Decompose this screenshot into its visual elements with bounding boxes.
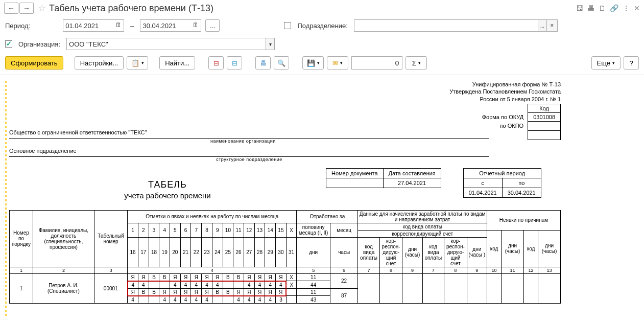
paste-dropdown-button[interactable]: 📋▾ <box>127 56 148 70</box>
r1l2-7: 4 <box>202 281 212 289</box>
h-paycode: код вида оплаты <box>358 223 487 230</box>
period-to: 30.04.2021 <box>502 188 541 197</box>
nav-back-button[interactable]: ← <box>4 3 18 14</box>
r1l2-14: 4 <box>276 281 287 289</box>
dept-clear-button[interactable]: × <box>546 19 558 32</box>
find-button[interactable]: Найти... <box>159 56 195 70</box>
r1l4-13: 4 <box>265 296 276 304</box>
d17: 17 <box>138 237 149 267</box>
preview-button[interactable]: 🔍 <box>274 56 289 70</box>
h-half: половину месяца (I, II) <box>297 223 330 237</box>
dept-label: Подразделение: <box>297 22 347 30</box>
r1l2-10 <box>233 281 244 289</box>
r1l1-11: Я <box>244 273 254 281</box>
nav-forward-button[interactable]: → <box>19 3 34 14</box>
cn7b: 7 <box>422 267 444 273</box>
h-kod2: код <box>523 230 538 267</box>
link-icon[interactable]: 🔗 <box>610 4 618 12</box>
date-to-input[interactable]: 30.04.2021 🗓 <box>140 19 201 32</box>
expand-button[interactable]: ⊟ <box>208 56 224 70</box>
r1l1-12: Я <box>254 273 265 281</box>
save-dropdown-button[interactable]: 💾▾ <box>302 56 324 70</box>
settings-button[interactable]: Настройки... <box>75 56 124 70</box>
r1l4-11: 4 <box>244 296 254 304</box>
d9: 9 <box>212 223 223 237</box>
more-vertical-icon[interactable]: ⋮ <box>623 4 630 12</box>
r1l3-7: Я <box>202 288 212 296</box>
r1-hh1: 44 <box>297 281 330 289</box>
doc-date-header: Дата составления <box>383 168 441 178</box>
code-header: Код <box>528 104 561 112</box>
r1l2-11: 4 <box>244 281 254 289</box>
tabel-title: ТАБЕЛЬ <box>9 179 326 190</box>
org-dropdown-button[interactable]: ▾ <box>266 38 275 50</box>
dash: – <box>130 22 134 30</box>
d16: 16 <box>128 237 138 267</box>
print-icon[interactable]: 🖶 <box>587 4 594 12</box>
collapse-icon: ⊟ <box>232 59 237 67</box>
period-picker-button[interactable]: ... <box>205 19 220 32</box>
form-name: Унифицированная форма № Т-13 <box>9 81 561 88</box>
r1l1-7: Я <box>202 273 212 281</box>
save-icon[interactable]: 🖫 <box>576 4 583 12</box>
generate-button[interactable]: Сформировать <box>5 56 63 70</box>
print-button[interactable]: 🖶 <box>255 56 271 70</box>
d1: 1 <box>128 223 138 237</box>
r1-hh2: 43 <box>297 296 330 304</box>
org-input[interactable]: ООО "ТЕКС" <box>66 38 266 50</box>
d2: 2 <box>138 223 149 237</box>
sum-dropdown-button[interactable]: Σ▾ <box>406 56 427 70</box>
r1-mh: 87 <box>330 288 358 303</box>
r1l4-4: 4 <box>170 296 181 304</box>
magnify-icon: 🔍 <box>277 59 285 67</box>
d26: 26 <box>233 237 244 267</box>
dept-checkbox[interactable] <box>284 22 291 29</box>
r1l1-1: Я <box>138 273 149 281</box>
period-from: 01.04.2021 <box>463 188 502 197</box>
r1l3-2: В <box>149 288 159 296</box>
r1l3-12: Я <box>254 288 265 296</box>
help-button[interactable]: ? <box>624 56 639 70</box>
r1l2-12: 4 <box>254 281 265 289</box>
r1l1-3: В <box>159 273 170 281</box>
r1l1-2: В <box>149 273 159 281</box>
diskette-icon: 💾 <box>307 59 315 67</box>
dept-combo[interactable]: ... × <box>354 19 558 32</box>
r1l3-11: Я <box>244 288 254 296</box>
r1l3-6: Я <box>191 288 202 296</box>
decree-line1: Утверждена Постановлением Госкомстата <box>9 88 561 95</box>
preview-icon[interactable]: 🗋 <box>599 4 606 12</box>
dept-input[interactable] <box>354 19 538 32</box>
r1l3-0: Я <box>128 288 138 296</box>
cn13: 13 <box>538 267 561 273</box>
report-area[interactable]: Унифицированная форма № Т-13 Утверждена … <box>0 77 644 322</box>
d14: 14 <box>265 223 276 237</box>
h-dh1: дни (часы) <box>502 230 524 267</box>
chevron-down-icon: ▾ <box>340 60 343 65</box>
dept-select-button[interactable]: ... <box>538 19 547 32</box>
r1l1-8: Я <box>212 273 223 281</box>
r1l4-1 <box>138 296 149 304</box>
close-icon[interactable]: ✕ <box>634 4 640 12</box>
date-from-input[interactable]: 01.04.2021 🗓 <box>63 19 124 32</box>
calendar-icon[interactable]: 🗓 <box>193 21 199 29</box>
org-combo[interactable]: ООО "ТЕКС" ▾ <box>66 38 275 50</box>
r1-npp: 1 <box>10 273 33 303</box>
code-table: Код Форма по ОКУД0301008 по ОКПО <box>477 104 561 140</box>
d25: 25 <box>223 237 233 267</box>
r1l3-4: Я <box>170 288 181 296</box>
more-button[interactable]: Еще ▾ <box>591 56 621 70</box>
d24: 24 <box>212 237 223 267</box>
mail-dropdown-button[interactable]: ✉▾ <box>327 56 348 70</box>
okpo-value <box>528 121 561 130</box>
okud-label: Форма по ОКУД <box>477 112 528 121</box>
collapse-button[interactable]: ⊟ <box>227 56 242 70</box>
cn12: 12 <box>523 267 538 273</box>
star-icon[interactable]: ☆ <box>38 3 46 14</box>
r1-tabnum: 00001 <box>94 273 127 303</box>
calendar-icon[interactable]: 🗓 <box>115 21 122 29</box>
h-dh3: дни (часы) <box>402 237 422 267</box>
org-checkbox[interactable] <box>5 40 12 48</box>
extra-code <box>528 130 561 140</box>
count-input[interactable] <box>351 56 402 70</box>
